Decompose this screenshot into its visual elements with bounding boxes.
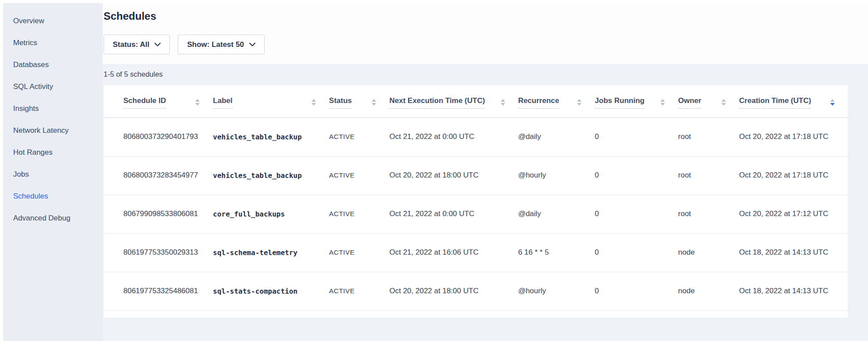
sidebar-item-jobs[interactable]: Jobs: [3, 163, 103, 185]
content-area: 1-5 of 5 schedules Schedule ID L: [103, 64, 868, 341]
cell-owner: node: [678, 272, 739, 310]
column-header-owner[interactable]: Owner: [678, 85, 739, 117]
cell-label: sql-schema-telemetry: [213, 233, 329, 272]
sidebar-item-hot-ranges[interactable]: Hot Ranges: [3, 142, 103, 163]
sidebar-item-advanced-debug[interactable]: Advanced Debug: [3, 207, 103, 229]
cell-creation-time: Oct 20, 2022 at 17:18 UTC: [739, 117, 848, 156]
table-row[interactable]: 806800373290401793 vehicles_table_backup…: [104, 117, 848, 156]
cell-recurrence: @daily: [518, 117, 595, 156]
cell-jobs-running: 0: [595, 156, 678, 195]
table-row[interactable]: 806197753325486081 sql-stats-compaction …: [104, 272, 848, 310]
sidebar-item-databases[interactable]: Databases: [3, 54, 103, 76]
cell-recurrence: @hourly: [518, 156, 595, 195]
cell-creation-time: Oct 20, 2022 at 17:18 UTC: [739, 156, 848, 195]
cell-creation-time: Oct 18, 2022 at 14:13 UTC: [739, 272, 848, 310]
sidebar-item-overview[interactable]: Overview: [3, 10, 103, 32]
cell-schedule-id: 806800373290401793: [104, 117, 213, 156]
sidebar-item-network-latency[interactable]: Network Latency: [3, 120, 103, 142]
column-header-jobs-running[interactable]: Jobs Running: [595, 85, 678, 117]
sort-carets-icon[interactable]: [660, 99, 665, 106]
status-filter-dropdown[interactable]: Status: All: [104, 35, 170, 54]
cell-creation-time: Oct 20, 2022 at 17:12 UTC: [739, 195, 848, 233]
cell-status: ACTIVE: [329, 272, 389, 310]
cell-recurrence: @hourly: [518, 272, 595, 310]
cell-jobs-running: 0: [595, 117, 678, 156]
sort-carets-icon[interactable]: [195, 99, 200, 106]
page-header: Schedules Status: All Show: Latest 50: [103, 3, 868, 64]
cell-schedule-id: 806799098533806081: [104, 195, 213, 233]
sidebar-item-schedules[interactable]: Schedules: [3, 185, 103, 207]
cell-jobs-running: 0: [595, 195, 678, 233]
column-header-label[interactable]: Label: [213, 85, 329, 117]
sort-desc-active-icon[interactable]: [830, 99, 835, 106]
sort-carets-icon[interactable]: [372, 99, 376, 106]
cell-next-execution-time: Oct 21, 2022 at 0:00 UTC: [389, 195, 518, 233]
cell-jobs-running: 0: [595, 272, 678, 310]
cell-status: ACTIVE: [329, 156, 389, 195]
cell-label: sql-stats-compaction: [213, 272, 329, 310]
cell-status: ACTIVE: [329, 117, 389, 156]
chevron-down-icon: [154, 43, 161, 46]
sort-carets-icon[interactable]: [721, 99, 726, 106]
cell-owner: node: [678, 233, 739, 272]
schedules-table: Schedule ID Label Status Next Execution …: [104, 85, 848, 311]
cell-label: vehicles_table_backup: [213, 156, 329, 195]
cell-owner: root: [678, 156, 739, 195]
sidebar-item-sql-activity[interactable]: SQL Activity: [3, 76, 103, 98]
cell-schedule-id: 806197753350029313: [104, 233, 213, 272]
chevron-down-icon: [249, 43, 255, 46]
show-filter-label: Show: Latest 50: [187, 40, 244, 49]
cell-status: ACTIVE: [329, 233, 389, 272]
cell-schedule-id: 806197753325486081: [104, 272, 213, 310]
cell-status: ACTIVE: [329, 195, 389, 233]
cell-next-execution-time: Oct 20, 2022 at 18:00 UTC: [389, 156, 518, 195]
table-header-row: Schedule ID Label Status Next Execution …: [104, 85, 848, 117]
cell-recurrence: 6 16 * * 5: [518, 233, 595, 272]
cell-creation-time: Oct 18, 2022 at 14:13 UTC: [739, 233, 848, 272]
sidebar: Overview Metrics Databases SQL Activity …: [3, 3, 103, 341]
cell-jobs-running: 0: [595, 233, 678, 272]
sort-carets-icon[interactable]: [501, 99, 505, 106]
column-header-next-execution-time[interactable]: Next Execution Time (UTC): [389, 85, 518, 117]
cell-recurrence: @daily: [518, 195, 595, 233]
cell-label: vehicles_table_backup: [213, 117, 329, 156]
sidebar-item-insights[interactable]: Insights: [3, 98, 103, 120]
page: Overview Metrics Databases SQL Activity …: [0, 0, 868, 341]
schedules-table-card: Schedule ID Label Status Next Execution …: [104, 85, 848, 318]
filter-bar: Status: All Show: Latest 50: [104, 35, 848, 54]
cell-next-execution-time: Oct 20, 2022 at 18:00 UTC: [389, 272, 518, 310]
sidebar-nav-list: Overview Metrics Databases SQL Activity …: [3, 10, 103, 229]
table-row[interactable]: 806799098533806081 core_full_backups ACT…: [104, 195, 848, 233]
status-filter-label: Status: All: [113, 40, 149, 49]
sidebar-item-metrics[interactable]: Metrics: [3, 32, 103, 54]
page-title: Schedules: [104, 10, 848, 22]
column-header-status[interactable]: Status: [329, 85, 389, 117]
column-header-recurrence[interactable]: Recurrence: [518, 85, 595, 117]
cell-next-execution-time: Oct 21, 2022 at 0:00 UTC: [389, 117, 518, 156]
sort-carets-icon[interactable]: [312, 99, 316, 106]
show-filter-dropdown[interactable]: Show: Latest 50: [178, 35, 264, 54]
column-header-creation-time[interactable]: Creation Time (UTC): [739, 85, 848, 117]
cell-owner: root: [678, 195, 739, 233]
table-row[interactable]: 806197753350029313 sql-schema-telemetry …: [104, 233, 848, 272]
cell-schedule-id: 806800373283454977: [104, 156, 213, 195]
cell-label: core_full_backups: [213, 195, 329, 233]
cell-next-execution-time: Oct 21, 2022 at 16:06 UTC: [389, 233, 518, 272]
results-count: 1-5 of 5 schedules: [104, 70, 848, 78]
main-area: Schedules Status: All Show: Latest 50 1-…: [103, 3, 868, 341]
column-header-schedule-id[interactable]: Schedule ID: [104, 85, 213, 117]
table-row[interactable]: 806800373283454977 vehicles_table_backup…: [104, 156, 848, 195]
sort-carets-icon[interactable]: [577, 99, 581, 106]
cell-owner: root: [678, 117, 739, 156]
